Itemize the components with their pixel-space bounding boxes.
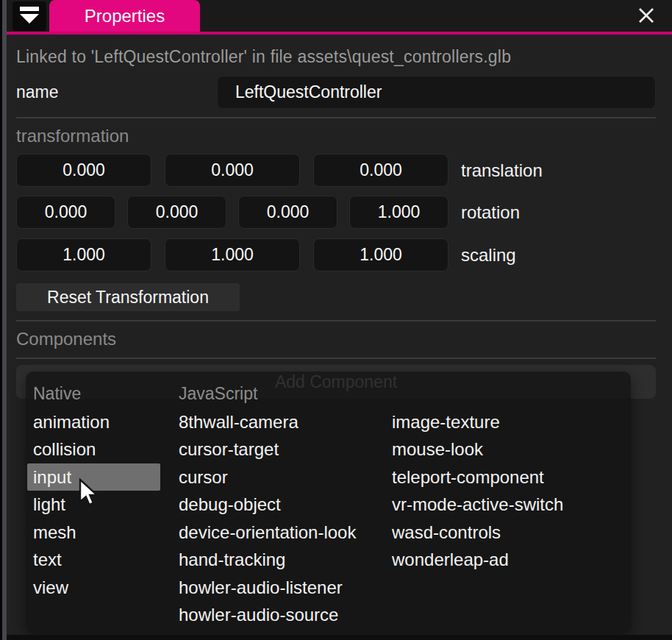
dropdown-item[interactable]: device-orientation-look (173, 519, 363, 547)
scaling-row: scaling (16, 238, 656, 271)
divider (16, 117, 656, 118)
dropdown-items-javascript-2: image-texture mouse-look teleport-compon… (392, 408, 631, 574)
dropdown-item[interactable]: 8thwall-camera (173, 408, 306, 436)
dropdown-item[interactable]: animation (27, 408, 117, 436)
rotation-w-input[interactable] (349, 196, 448, 229)
dropdown-header-javascript: JavaScript (179, 380, 392, 408)
tab-bar: Properties (0, 0, 672, 32)
dropdown-item[interactable]: vr-mode-active-switch (386, 491, 571, 519)
divider (16, 320, 656, 321)
translation-z-input[interactable] (313, 154, 448, 187)
divider (16, 358, 656, 359)
translation-row: translation (16, 154, 656, 187)
dropdown-item[interactable]: cursor (173, 463, 235, 491)
scaling-z-input[interactable] (313, 238, 448, 271)
dropdown-items-native: animation collision input light mesh tex… (33, 408, 179, 602)
tab-properties[interactable]: Properties (49, 0, 200, 32)
dropdown-column-javascript-2: image-texture mouse-look teleport-compon… (392, 380, 631, 633)
dropdown-item[interactable]: view (27, 574, 76, 602)
name-row: name (16, 76, 656, 109)
dropdown-item[interactable]: wonderleap-ad (386, 546, 516, 574)
translation-x-input[interactable] (16, 154, 151, 187)
components-header: Components (16, 329, 656, 349)
scaling-y-input[interactable] (165, 238, 300, 271)
linked-file-note: Linked to 'LeftQuestController' in file … (16, 47, 656, 67)
dropdown-column-native: Native animation collision input light m… (33, 380, 179, 633)
dropdown-item[interactable]: light (27, 491, 73, 519)
dropdown-header-native: Native (33, 380, 179, 408)
dropdown-item[interactable]: howler-audio-source (173, 601, 346, 629)
transformation-header: transformation (16, 126, 656, 146)
window-footer-strip (0, 635, 672, 640)
window-edge-light (2, 0, 7, 640)
dropdown-item[interactable]: text (27, 546, 71, 574)
translation-label: translation (461, 160, 543, 181)
dropdown-column-javascript: JavaScript 8thwall-camera cursor-target … (179, 380, 392, 633)
dropdown-item[interactable]: input (27, 463, 160, 491)
rotation-row: rotation (16, 196, 656, 229)
dropdown-item[interactable]: image-texture (386, 408, 507, 436)
dropdown-item[interactable]: debug-object (173, 491, 288, 519)
rotation-z-input[interactable] (238, 196, 337, 229)
tab-properties-label: Properties (85, 6, 165, 26)
rotation-x-input[interactable] (16, 196, 115, 229)
close-button[interactable] (635, 7, 657, 27)
dropdown-item[interactable]: mesh (27, 519, 84, 547)
dropdown-items-javascript: 8thwall-camera cursor-target cursor debu… (179, 408, 392, 629)
dropdown-item[interactable]: collision (27, 435, 103, 463)
rotation-y-input[interactable] (127, 196, 226, 229)
properties-panel: Linked to 'LeftQuestController' in file … (0, 47, 672, 399)
dropdown-item[interactable]: cursor-target (173, 435, 286, 463)
dropdown-item[interactable]: howler-audio-listener (173, 574, 350, 602)
scaling-label: scaling (461, 245, 516, 266)
dropdown-item[interactable]: wasd-controls (386, 519, 508, 547)
dropdown-header-empty (392, 380, 631, 408)
reset-transformation-button[interactable]: Reset Transformation (16, 283, 240, 311)
accent-underline (7, 32, 672, 35)
close-icon (637, 6, 656, 28)
dropdown-item[interactable]: mouse-look (386, 435, 490, 463)
translation-y-input[interactable] (165, 154, 300, 187)
name-input[interactable] (217, 76, 656, 109)
scaling-x-input[interactable] (16, 238, 151, 271)
name-label: name (16, 82, 217, 102)
filter-icon (19, 6, 40, 26)
dropdown-item[interactable]: hand-tracking (173, 546, 293, 574)
dropdown-item[interactable]: teleport-component (386, 463, 551, 491)
filter-button[interactable] (12, 1, 46, 31)
add-component-dropdown: Native animation collision input light m… (26, 371, 631, 633)
rotation-label: rotation (461, 202, 520, 223)
